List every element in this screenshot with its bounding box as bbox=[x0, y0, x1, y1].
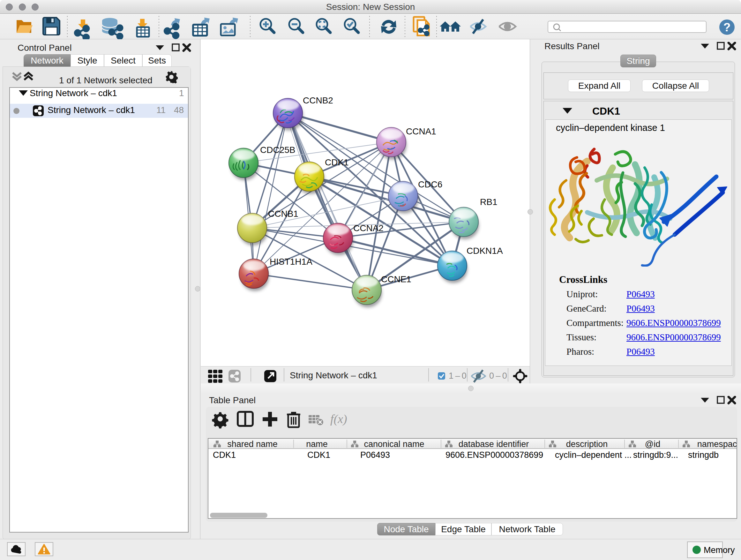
svg-text:name: name bbox=[306, 439, 328, 449]
svg-text:CCNE1: CCNE1 bbox=[381, 274, 411, 284]
svg-text:canonical name: canonical name bbox=[364, 439, 424, 449]
svg-text:CDC6: CDC6 bbox=[418, 179, 442, 189]
svg-text:@id: @id bbox=[645, 439, 660, 449]
svg-text:0 – 0: 0 – 0 bbox=[489, 371, 507, 381]
svg-text:description: description bbox=[566, 439, 608, 449]
svg-text:database identifier: database identifier bbox=[459, 439, 529, 449]
svg-text:CCNA2: CCNA2 bbox=[353, 223, 384, 233]
svg-text:CDK1: CDK1 bbox=[325, 158, 349, 167]
svg-text:RB1: RB1 bbox=[480, 197, 497, 207]
svg-text:HIST1H1A: HIST1H1A bbox=[270, 257, 313, 266]
svg-text:CCNA1: CCNA1 bbox=[406, 126, 436, 136]
svg-text:CCNB2: CCNB2 bbox=[303, 96, 333, 105]
svg-text:?: ? bbox=[724, 21, 731, 34]
svg-text:1 – 0: 1 – 0 bbox=[449, 371, 467, 381]
svg-text:CDC25B: CDC25B bbox=[260, 145, 295, 155]
svg-text:CDKN1A: CDKN1A bbox=[467, 246, 503, 256]
svg-text:CCNB1: CCNB1 bbox=[268, 209, 298, 219]
svg-text:shared name: shared name bbox=[227, 439, 278, 449]
svg-text:f(x): f(x) bbox=[330, 412, 347, 426]
svg-text:namespac: namespac bbox=[697, 439, 737, 449]
